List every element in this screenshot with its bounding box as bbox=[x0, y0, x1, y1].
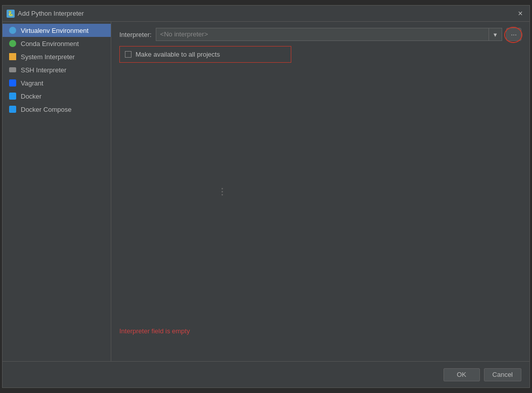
interpreter-select-wrapper[interactable]: <No interpreter> ▾ bbox=[156, 28, 502, 41]
interpreter-label: Interpreter: bbox=[119, 31, 152, 38]
drag-dot-2 bbox=[221, 191, 223, 192]
interpreter-row: Interpreter: <No interpreter> ▾ ··· bbox=[119, 28, 521, 41]
dialog-title: Add Python Interpreter bbox=[18, 10, 84, 17]
more-dots-icon: ··· bbox=[511, 30, 517, 38]
sidebar-item-virtualenv[interactable]: Virtualenv Environment bbox=[3, 24, 111, 37]
system-interpreter-icon bbox=[9, 53, 17, 61]
ok-button[interactable]: OK bbox=[444, 368, 480, 381]
sidebar-item-conda[interactable]: Conda Environment bbox=[3, 37, 111, 50]
sidebar-item-vagrant[interactable]: Vagrant bbox=[3, 76, 111, 90]
dropdown-arrow-icon[interactable]: ▾ bbox=[489, 28, 502, 40]
vagrant-icon bbox=[9, 79, 17, 87]
title-bar-left: 🐍 Add Python Interpreter bbox=[7, 10, 84, 18]
dialog-footer: OK Cancel bbox=[3, 361, 529, 387]
drag-handle[interactable] bbox=[221, 188, 223, 195]
sidebar-item-label: Docker Compose bbox=[21, 106, 71, 113]
main-content: Interpreter: <No interpreter> ▾ ··· Make… bbox=[111, 22, 529, 361]
drag-dot-3 bbox=[221, 194, 223, 195]
sidebar-item-system[interactable]: System Interpreter bbox=[3, 50, 111, 63]
sidebar-item-label: SSH Interpreter bbox=[21, 66, 66, 74]
interpreter-error-text: Interpreter field is empty bbox=[119, 327, 190, 335]
close-button[interactable]: × bbox=[515, 9, 525, 19]
sidebar-item-docker-compose[interactable]: Docker Compose bbox=[3, 103, 111, 116]
conda-icon bbox=[9, 39, 17, 48]
sidebar-item-label: Vagrant bbox=[21, 79, 43, 87]
sidebar: Virtualenv Environment Conda Environment… bbox=[3, 22, 111, 361]
dialog-body: Virtualenv Environment Conda Environment… bbox=[3, 22, 529, 361]
sidebar-item-label: System Interpreter bbox=[21, 53, 75, 61]
drag-dot-1 bbox=[221, 188, 223, 189]
sidebar-item-ssh[interactable]: SSH Interpreter bbox=[3, 63, 111, 76]
virtualenv-icon bbox=[9, 26, 17, 34]
sidebar-item-docker[interactable]: Docker bbox=[3, 90, 111, 103]
make-available-label: Make available to all projects bbox=[136, 51, 220, 58]
interpreter-select-value: <No interpreter> bbox=[156, 28, 489, 41]
docker-icon bbox=[9, 92, 17, 100]
dialog-icon: 🐍 bbox=[7, 10, 15, 18]
add-python-interpreter-dialog: 🐍 Add Python Interpreter × Virtualenv En… bbox=[2, 5, 530, 388]
sidebar-item-label: Virtualenv Environment bbox=[21, 27, 88, 34]
ssh-icon bbox=[9, 66, 17, 74]
title-bar: 🐍 Add Python Interpreter × bbox=[3, 6, 529, 22]
sidebar-item-label: Conda Environment bbox=[21, 40, 79, 48]
docker-compose-icon bbox=[9, 105, 17, 113]
cancel-button[interactable]: Cancel bbox=[484, 368, 521, 381]
make-available-row: Make available to all projects bbox=[119, 46, 291, 63]
make-available-checkbox[interactable] bbox=[125, 51, 131, 58]
sidebar-item-label: Docker bbox=[21, 93, 41, 100]
more-options-button[interactable]: ··· bbox=[506, 28, 521, 41]
